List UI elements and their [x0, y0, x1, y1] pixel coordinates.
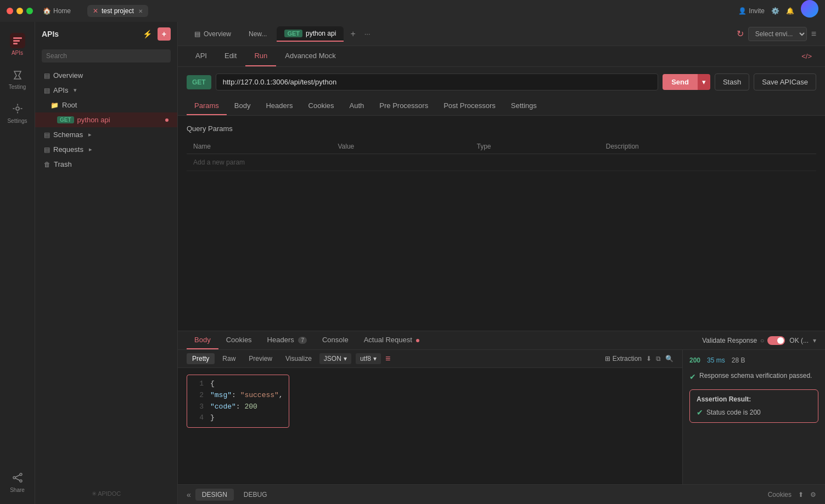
format-tab-pretty[interactable]: Pretty: [187, 353, 215, 364]
project-tab[interactable]: ✕ test project ✕: [87, 5, 148, 17]
requests-expand-icon[interactable]: ▸: [89, 146, 92, 153]
left-panel: APIs ⚡ + ▤ Overview ▤ APIs ▾ 📁 Root: [35, 22, 178, 504]
sidebar-item-settings[interactable]: Settings: [3, 97, 32, 128]
assertion-result-box: Assertion Result: ✔ Status code is 200: [689, 389, 818, 423]
response-tab-cookies[interactable]: Cookies: [218, 331, 260, 349]
env-select[interactable]: Select envi...: [748, 27, 807, 41]
apidoc-label: ✳ APIDOC: [92, 490, 121, 497]
minimize-button[interactable]: [16, 8, 23, 14]
save-apicase-button[interactable]: Save APICase: [754, 73, 816, 90]
close-button[interactable]: [7, 8, 13, 14]
svg-point-6: [20, 480, 22, 482]
tab-python-api[interactable]: GET python api: [277, 26, 344, 42]
status-code: 200: [689, 356, 700, 364]
param-tab-post-processors[interactable]: Post Processors: [436, 97, 503, 115]
api-tab-run[interactable]: Run: [245, 46, 276, 66]
settings-icon[interactable]: ⚙️: [771, 7, 779, 15]
table-row-add[interactable]: Add a new param: [187, 154, 816, 171]
tab-new[interactable]: New...: [241, 27, 274, 41]
api-tab-api[interactable]: API: [187, 46, 216, 66]
param-tab-pre-processors[interactable]: Pre Processors: [372, 97, 436, 115]
response-size: 28 B: [732, 356, 745, 364]
cookies-label[interactable]: Cookies: [768, 491, 792, 499]
code-icon[interactable]: </>: [797, 48, 816, 65]
filter-button[interactable]: ⚡: [141, 27, 154, 41]
format-type-dropdown[interactable]: JSON ▾: [319, 353, 351, 364]
code-line-1: 1 {: [193, 378, 283, 390]
response-tab-headers[interactable]: Headers 7: [260, 331, 315, 349]
home-icon: 🏠: [43, 7, 51, 15]
api-tab-edit[interactable]: Edit: [216, 46, 245, 66]
titlebar-tabs: ✕ test project ✕: [87, 5, 148, 17]
search-response-icon[interactable]: 🔍: [665, 355, 674, 363]
invite-button[interactable]: 👤 Invite: [738, 7, 765, 15]
tab-more-button[interactable]: ···: [364, 30, 371, 38]
param-tab-auth[interactable]: Auth: [342, 97, 372, 115]
response-tab-console[interactable]: Console: [315, 331, 356, 349]
param-tab-params[interactable]: Params: [187, 97, 227, 115]
bottom-right: Cookies ⬆ ⚙: [768, 491, 816, 499]
extraction-button[interactable]: ⊞ Extraction: [605, 355, 642, 363]
response-tabs-right: Validate Response ○ OK (... ▾: [702, 336, 816, 345]
upload-icon[interactable]: ⬆: [798, 491, 804, 499]
stash-button[interactable]: Stash: [715, 73, 749, 90]
nav-trash[interactable]: 🗑 Trash: [35, 157, 177, 172]
param-tab-headers[interactable]: Headers: [258, 97, 300, 115]
nav-python-api[interactable]: GET python api: [35, 112, 177, 127]
format-icon[interactable]: ≡: [385, 354, 390, 364]
nav-overview[interactable]: ▤ Overview: [35, 68, 177, 83]
format-tab-visualize[interactable]: Visualize: [280, 353, 317, 364]
refresh-icon[interactable]: ↻: [737, 29, 744, 39]
nav-root[interactable]: 📁 Root: [35, 98, 177, 112]
sidebar-item-share[interactable]: Share: [3, 466, 32, 497]
add-button[interactable]: +: [158, 27, 171, 41]
design-button[interactable]: DESIGN: [195, 489, 234, 501]
nav-apis[interactable]: ▤ APIs ▾: [35, 83, 177, 98]
format-tab-raw[interactable]: Raw: [217, 353, 241, 364]
svg-point-3: [16, 107, 19, 110]
url-input[interactable]: [216, 73, 658, 90]
response-tab-actual-request[interactable]: Actual Request: [356, 331, 428, 349]
nav-requests[interactable]: ▤ Requests ▸: [35, 142, 177, 157]
param-tab-settings[interactable]: Settings: [503, 97, 545, 115]
collapse-icon[interactable]: «: [187, 490, 191, 499]
project-tab-close[interactable]: ✕: [138, 8, 143, 14]
add-param-placeholder[interactable]: Add a new param: [187, 154, 816, 171]
nav-schemas[interactable]: ▤ Schemas ▸: [35, 127, 177, 142]
param-tab-body[interactable]: Body: [227, 97, 259, 115]
menu-icon[interactable]: ≡: [811, 29, 816, 39]
apis-expand-icon[interactable]: ▾: [74, 87, 77, 94]
response-right-panel: 200 35 ms 28 B ✔ Response schema verific…: [682, 350, 825, 484]
download-icon[interactable]: ⬇: [646, 355, 652, 363]
api-tab-advanced-mock[interactable]: Advanced Mock: [276, 46, 345, 66]
search-input[interactable]: [42, 49, 171, 63]
schemas-expand-icon[interactable]: ▸: [88, 131, 92, 138]
validate-switch[interactable]: [767, 336, 785, 345]
response-tab-body[interactable]: Body: [187, 331, 218, 349]
notifications-icon[interactable]: 🔔: [786, 7, 794, 15]
sidebar-item-testing[interactable]: Testing: [3, 63, 32, 94]
bottom-settings-icon[interactable]: ⚙: [810, 491, 816, 499]
nav-requests-label: Requests: [53, 145, 83, 154]
maximize-button[interactable]: [26, 8, 33, 14]
home-tab[interactable]: 🏠 Home: [37, 5, 76, 17]
ok-expand-icon[interactable]: ▾: [813, 337, 816, 344]
param-tab-cookies[interactable]: Cookies: [301, 97, 342, 115]
tab-add-button[interactable]: +: [346, 27, 360, 41]
debug-button[interactable]: DEBUG: [238, 489, 273, 501]
col-description: Description: [599, 139, 816, 154]
assertion-check-icon: ✔: [697, 408, 703, 417]
response-area: Body Cookies Headers 7 Console Actual Re…: [178, 331, 825, 484]
sidebar-item-apis[interactable]: APIs: [3, 29, 32, 60]
avatar[interactable]: [801, 0, 818, 18]
send-button[interactable]: Send: [663, 74, 698, 90]
invite-icon: 👤: [738, 7, 747, 15]
format-tab-preview[interactable]: Preview: [243, 353, 278, 364]
tab-overview[interactable]: ▤ Overview: [187, 27, 239, 41]
copy-icon[interactable]: ⧉: [656, 355, 661, 363]
titlebar: 🏠 Home ✕ test project ✕ 👤 Invite ⚙️ 🔔: [0, 0, 825, 22]
api-indicator-dot: [165, 118, 169, 122]
encoding-dropdown[interactable]: utf8 ▾: [356, 353, 381, 364]
send-dropdown-button[interactable]: ▾: [698, 74, 710, 90]
nav-overview-label: Overview: [53, 71, 83, 80]
